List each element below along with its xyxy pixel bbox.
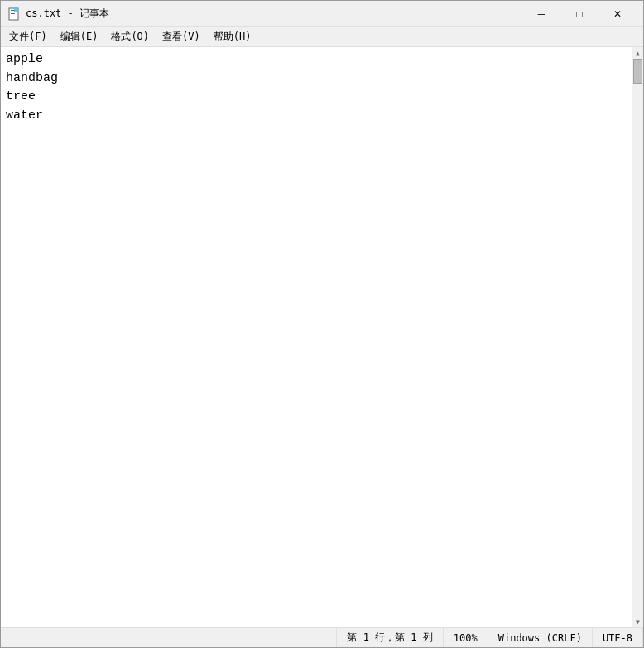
close-button[interactable]: ✕ [598,1,637,27]
notepad-window: cs.txt - 记事本 ─ □ ✕ 文件(F) 编辑(E) 格式(O) 查看(… [0,0,644,648]
menu-edit[interactable]: 编辑(E) [54,28,105,46]
svg-rect-2 [11,12,17,12]
menu-file[interactable]: 文件(F) [2,28,54,46]
minimize-button[interactable]: ─ [522,1,560,27]
window-title: cs.txt - 记事本 [26,7,522,21]
status-position: 第 1 行，第 1 列 [337,628,443,647]
scroll-track[interactable] [632,59,643,616]
scroll-up-arrow[interactable]: ▲ [632,47,644,59]
vertical-scrollbar[interactable]: ▲ ▼ [632,47,643,627]
scroll-down-arrow[interactable]: ▼ [632,616,644,627]
menu-help[interactable]: 帮助(H) [207,28,258,46]
status-zoom: 100% [444,628,488,647]
text-editor[interactable] [1,47,632,627]
svg-rect-3 [11,13,15,14]
maximize-button[interactable]: □ [560,1,598,27]
app-icon [7,7,21,21]
svg-rect-4 [14,7,18,12]
window-controls: ─ □ ✕ [522,1,637,27]
status-bar: 第 1 行，第 1 列 100% Windows (CRLF) UTF-8 [1,627,643,647]
title-bar: cs.txt - 记事本 ─ □ ✕ [1,1,643,27]
menu-bar: 文件(F) 编辑(E) 格式(O) 查看(V) 帮助(H) [1,27,643,47]
content-area: ▲ ▼ [1,47,643,627]
menu-format[interactable]: 格式(O) [104,28,156,46]
status-empty [1,628,337,647]
status-encoding: UTF-8 [593,628,643,647]
menu-view[interactable]: 查看(V) [156,28,207,46]
status-line-ending: Windows (CRLF) [488,628,593,647]
scroll-thumb[interactable] [633,59,642,84]
